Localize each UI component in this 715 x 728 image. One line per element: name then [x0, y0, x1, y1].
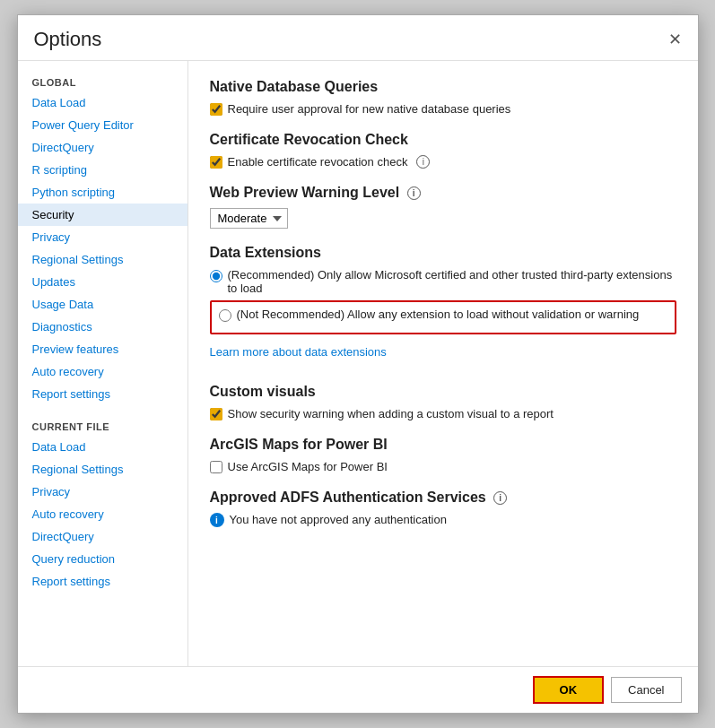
data-extensions-radio1-label: (Recommended) Only allow Microsoft certi… [228, 268, 676, 295]
sidebar-item-report-settings[interactable]: Report settings [18, 383, 187, 405]
arcgis-title: ArcGIS Maps for Power BI [210, 437, 676, 453]
cancel-button[interactable]: Cancel [611, 677, 681, 703]
native-db-checkbox-label: Require user approval for new native dat… [228, 102, 511, 116]
cert-revocation-title: Certificate Revocation Check [210, 132, 676, 148]
sidebar-item-preview-features[interactable]: Preview features [18, 338, 187, 360]
cert-revocation-info-icon: i [416, 155, 430, 169]
data-extensions-highlighted-box: (Not Recommended) Allow any extension to… [210, 300, 676, 334]
dialog-header: Options ✕ [18, 15, 698, 61]
adfs-info-row: i You have not approved any authenticati… [210, 513, 676, 527]
adfs-info-text: You have not approved any authentication [230, 513, 447, 526]
native-db-title: Native Database Queries [210, 79, 676, 95]
custom-visuals-label: Show security warning when adding a cust… [228, 407, 554, 420]
current-file-section-label: CURRENT FILE [18, 414, 187, 436]
cert-revocation-checkbox-row: Enable certificate revocation check i [210, 155, 676, 169]
custom-visuals-checkbox[interactable] [210, 408, 222, 420]
sidebar-item-python-scripting[interactable]: Python scripting [18, 181, 187, 204]
arcgis-label: Use ArcGIS Maps for Power BI [228, 460, 388, 473]
dialog-title: Options [34, 28, 102, 51]
dialog-body: GLOBAL Data Load Power Query Editor Dire… [18, 61, 698, 666]
data-extensions-radio1[interactable] [210, 270, 222, 282]
global-section-label: GLOBAL [18, 70, 187, 91]
sidebar-item-regional-settings[interactable]: Regional Settings [18, 248, 187, 271]
dialog-footer: OK Cancel [18, 666, 698, 713]
sidebar-item-security[interactable]: Security [18, 204, 187, 226]
web-preview-title: Web Preview Warning Level i [210, 185, 676, 201]
data-extensions-title: Data Extensions [210, 245, 676, 261]
custom-visuals-checkbox-row: Show security warning when adding a cust… [210, 407, 676, 420]
sidebar-item-power-query-editor[interactable]: Power Query Editor [18, 114, 187, 136]
custom-visuals-title: Custom visuals [210, 384, 676, 400]
web-preview-dropdown[interactable]: Moderate Low High [210, 208, 288, 229]
adfs-title: Approved ADFS Authentication Services i [210, 490, 676, 506]
web-preview-title-text: Web Preview Warning Level [210, 185, 400, 200]
sidebar-item-cf-data-load[interactable]: Data Load [18, 436, 187, 458]
native-db-checkbox[interactable] [210, 103, 222, 116]
sidebar-item-cf-regional-settings[interactable]: Regional Settings [18, 458, 187, 481]
data-extensions-link[interactable]: Learn more about data extensions [210, 345, 387, 359]
main-content: Native Database Queries Require user app… [188, 61, 698, 666]
close-button[interactable]: ✕ [668, 31, 682, 48]
arcgis-checkbox-row: Use ArcGIS Maps for Power BI [210, 460, 676, 473]
web-preview-info-icon: i [407, 186, 421, 200]
sidebar: GLOBAL Data Load Power Query Editor Dire… [18, 61, 188, 666]
sidebar-item-cf-report-settings[interactable]: Report settings [18, 570, 187, 593]
sidebar-item-data-load[interactable]: Data Load [18, 91, 187, 114]
sidebar-item-cf-privacy[interactable]: Privacy [18, 481, 187, 503]
sidebar-item-cf-query-reduction[interactable]: Query reduction [18, 548, 187, 570]
data-extensions-radio2[interactable] [219, 309, 231, 322]
adfs-info-circle: i [210, 513, 224, 527]
sidebar-item-cf-directquery[interactable]: DirectQuery [18, 525, 187, 548]
options-dialog: Options ✕ GLOBAL Data Load Power Query E… [17, 14, 699, 714]
sidebar-item-updates[interactable]: Updates [18, 271, 187, 293]
sidebar-item-diagnostics[interactable]: Diagnostics [18, 316, 187, 338]
sidebar-item-r-scripting[interactable]: R scripting [18, 159, 187, 181]
adfs-title-text: Approved ADFS Authentication Services [210, 490, 486, 505]
data-extensions-radio2-row: (Not Recommended) Allow any extension to… [219, 308, 667, 322]
ok-button[interactable]: OK [533, 676, 605, 704]
cert-revocation-label: Enable certificate revocation check [228, 155, 408, 169]
cert-revocation-checkbox[interactable] [210, 156, 222, 169]
native-db-checkbox-row: Require user approval for new native dat… [210, 102, 676, 116]
data-extensions-radio1-row: (Recommended) Only allow Microsoft certi… [210, 268, 676, 295]
sidebar-item-directquery[interactable]: DirectQuery [18, 136, 187, 159]
arcgis-checkbox[interactable] [210, 461, 222, 473]
sidebar-item-privacy[interactable]: Privacy [18, 226, 187, 248]
adfs-info-icon: i [493, 491, 507, 505]
sidebar-item-auto-recovery[interactable]: Auto recovery [18, 360, 187, 383]
sidebar-item-cf-auto-recovery[interactable]: Auto recovery [18, 503, 187, 525]
data-extensions-radio2-label: (Not Recommended) Allow any extension to… [237, 308, 640, 321]
sidebar-item-usage-data[interactable]: Usage Data [18, 293, 187, 316]
